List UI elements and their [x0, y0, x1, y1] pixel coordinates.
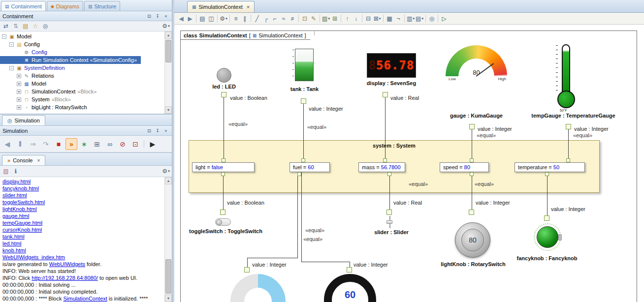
- console-scrollbar[interactable]: ▲ ▼: [164, 177, 172, 302]
- to-front-button[interactable]: ↑: [343, 14, 352, 23]
- part-mass[interactable]: mass = 56.7800: [358, 162, 405, 172]
- tree-item-biglight[interactable]: + ▫ bigLight : RotarySwitch: [0, 103, 91, 111]
- expander-icon[interactable]: +: [17, 74, 21, 78]
- slider-handle[interactable]: [386, 220, 392, 224]
- close-icon[interactable]: ×: [247, 4, 250, 10]
- swimlanes-button[interactable]: ∥: [240, 14, 249, 23]
- sessions-button[interactable]: ⊞: [91, 138, 103, 150]
- port-tempgauge-value[interactable]: [566, 124, 571, 129]
- tab-diagrams[interactable]: ◆ Diagrams: [47, 1, 83, 11]
- port[interactable]: [545, 172, 549, 176]
- tab-simulationcontext-diagram[interactable]: ▦ SimulationContext ×: [187, 1, 255, 12]
- tree-item-simulationcontext[interactable]: + □ SimulationContext «Block»: [0, 88, 100, 95]
- port-donut-value[interactable]: [244, 267, 250, 272]
- port[interactable]: [387, 172, 391, 176]
- temperature-gauge-widget[interactable]: 50°F: [541, 43, 600, 112]
- console-link[interactable]: toggleSwitch.html: [2, 199, 45, 205]
- connector-speed-lightknob[interactable]: [472, 172, 472, 210]
- forward-button[interactable]: ▶: [186, 14, 194, 23]
- expander-icon[interactable]: -: [9, 66, 14, 70]
- back-button[interactable]: ◀: [177, 14, 186, 23]
- console-link[interactable]: lightKnob.html: [2, 206, 37, 212]
- port-ring-gauge-value[interactable]: [347, 267, 352, 272]
- expander-icon[interactable]: +: [17, 97, 21, 102]
- info-button[interactable]: ℹ: [11, 167, 20, 176]
- console-link[interactable]: slider.html: [2, 192, 27, 198]
- port[interactable]: [566, 158, 570, 162]
- tab-simulation[interactable]: ◎ Simulation: [2, 115, 45, 125]
- close-panel-icon[interactable]: ×: [162, 13, 169, 20]
- expander-icon[interactable]: -: [2, 34, 6, 39]
- pin-panel-icon[interactable]: ↧: [154, 13, 161, 20]
- scrollbar-thumb[interactable]: [165, 259, 171, 294]
- image-shape-button[interactable]: ▧▾: [322, 14, 330, 23]
- run-simulation-button[interactable]: ▷: [440, 14, 449, 23]
- tree-scrollbar[interactable]: ▲ ▼: [164, 31, 172, 114]
- fancy-knob-widget[interactable]: [533, 223, 562, 252]
- tab-structure[interactable]: ▥ Structure: [84, 1, 120, 11]
- connector-display-mass[interactable]: [385, 97, 386, 162]
- led-widget[interactable]: [217, 68, 231, 83]
- tree-item-run-simulation-context[interactable]: ✖ Run Simulation Context «SimulationConf…: [0, 56, 141, 64]
- collapse-all-button[interactable]: ⇅: [11, 22, 20, 30]
- sevenseg-widget[interactable]: 856.78: [367, 53, 416, 78]
- connector-temperature-fancyknob[interactable]: [547, 172, 547, 215]
- tab-console[interactable]: » Console ×: [2, 155, 45, 165]
- port[interactable]: [383, 158, 387, 162]
- console-link[interactable]: WebUIWidgets: [49, 261, 85, 267]
- select-in-containment-button[interactable]: ▤: [198, 14, 207, 23]
- part-light[interactable]: light = false: [192, 162, 255, 172]
- same-size-button[interactable]: ⊟: [364, 14, 373, 23]
- close-panel-icon[interactable]: ×: [162, 127, 169, 134]
- connector-fuel-donut[interactable]: [247, 258, 248, 267]
- part-fuel[interactable]: fuel = 60: [290, 162, 330, 172]
- link-with-editor-button[interactable]: ⇄: [1, 22, 10, 30]
- connector-gauge-speed[interactable]: [472, 129, 472, 162]
- console-link[interactable]: display.html: [2, 179, 31, 184]
- connector-mass-slider[interactable]: [389, 172, 390, 210]
- compartments-button[interactable]: ≡: [231, 14, 240, 23]
- port-display-value[interactable]: [383, 92, 388, 97]
- port-toggleswitch-value[interactable]: [220, 210, 225, 215]
- pause-button[interactable]: ‖: [14, 138, 26, 150]
- connector-light-toggleswitch[interactable]: [223, 172, 224, 210]
- close-icon[interactable]: ×: [37, 158, 40, 163]
- connector-fuel-ring-gauge[interactable]: [301, 262, 350, 262]
- connector-fuel-ring-gauge[interactable]: [301, 172, 302, 262]
- expander-icon[interactable]: [17, 50, 21, 55]
- port[interactable]: [470, 172, 474, 176]
- toggle-switch-widget[interactable]: [215, 218, 231, 226]
- open-in-new-button[interactable]: ▤: [21, 22, 30, 30]
- kuma-gauge-widget[interactable]: 80 Low High: [446, 45, 507, 84]
- part-temperature[interactable]: temperature = 50: [515, 162, 585, 172]
- console-button[interactable]: »: [65, 138, 77, 150]
- connector-tempgauge-temperature[interactable]: [568, 129, 569, 162]
- step-over-button[interactable]: ⇒: [27, 138, 39, 150]
- console-output[interactable]: display.htmlfancyknob.htmlslider.htmltog…: [0, 177, 172, 302]
- console-link[interactable]: tank.html: [2, 234, 25, 240]
- connector-tank-fuel[interactable]: [303, 104, 304, 162]
- console-link[interactable]: SimulationContext: [64, 296, 107, 302]
- scrollbar-thumb[interactable]: [165, 40, 171, 62]
- float-panel-icon[interactable]: ⊡: [146, 127, 153, 134]
- expander-icon[interactable]: [17, 58, 21, 62]
- grid-button[interactable]: ▦: [385, 14, 394, 23]
- step-return-button[interactable]: ↷: [40, 138, 52, 150]
- favorites-button[interactable]: ☆: [31, 22, 40, 30]
- console-link[interactable]: cursorKnob.html: [2, 227, 42, 233]
- containment-options-gear[interactable]: ⚙▾: [161, 22, 170, 30]
- expander-icon[interactable]: +: [17, 82, 21, 86]
- containment-tree[interactable]: - ▣ Model - ▤ Config ⚙: [0, 31, 172, 114]
- console-link[interactable]: led.html: [2, 241, 22, 246]
- to-back-button[interactable]: ↓: [352, 14, 360, 23]
- line-jumps-button[interactable]: ≈: [279, 14, 288, 23]
- tree-item-relations[interactable]: + ✎ Relations: [0, 72, 58, 80]
- port-slider-value[interactable]: [386, 210, 392, 215]
- related-elements-button[interactable]: ◫: [207, 14, 216, 23]
- expander-icon[interactable]: +: [17, 105, 21, 110]
- port-tank-value[interactable]: [301, 98, 306, 104]
- rounded-path-button[interactable]: ⌐: [270, 14, 279, 23]
- console-link[interactable]: knob.html: [2, 247, 26, 253]
- snap-button[interactable]: ¬: [394, 14, 403, 23]
- quick-layout-button[interactable]: ⊠▾: [373, 14, 382, 23]
